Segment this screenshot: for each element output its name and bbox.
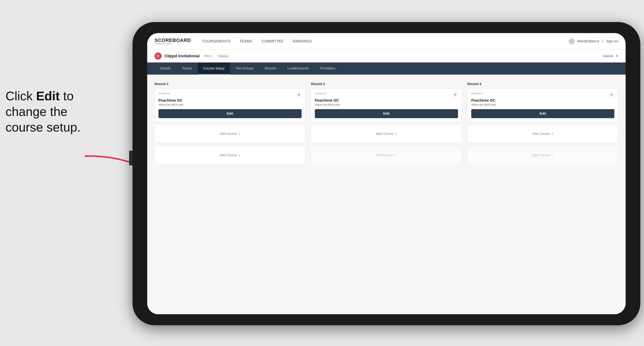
tournament-gender: (Men) <box>204 54 212 58</box>
tab-details[interactable]: Details <box>154 62 176 75</box>
round-2-add-course-text-2: Add Course <box>376 153 394 157</box>
round-3-add-course-text-2: Add Course <box>532 153 550 157</box>
tournament-title: Clippd Invitational <box>164 54 200 58</box>
round-1-add-course-2[interactable]: Add Course + <box>154 146 306 164</box>
round-3-course-tag: (Course A) <box>471 92 483 95</box>
round-1-add-course-text-1: Add Course <box>220 132 237 136</box>
plus-icon-4: + <box>395 153 397 157</box>
tab-leaderboards[interactable]: Leaderboards <box>282 62 314 75</box>
sub-header: C Clippd Invitational (Men) Hosting Canc… <box>147 50 626 62</box>
tab-teams[interactable]: Teams <box>176 62 198 75</box>
round-1-course-name: Peachtree GC <box>158 98 302 103</box>
logo-sub-text: Powered by clippd <box>154 43 191 45</box>
round-3-add-course-2: Add Course + <box>467 146 618 164</box>
round-1-label: Round 1 <box>154 82 306 86</box>
round-1-add-course-text-2: Add Course <box>220 153 237 157</box>
cancel-x-icon: ✕ <box>616 54 618 58</box>
nav-link-teams[interactable]: TEAMS <box>240 39 252 43</box>
round-2-label: Round 2 <box>311 82 462 86</box>
rounds-grid: Round 1 (Course A) 🗑 Peachtree GC Yellow… <box>154 82 618 167</box>
round-3-course-name: Peachtree GC <box>471 98 614 103</box>
plus-icon-1: + <box>238 132 240 136</box>
trash-icon-2: 🗑 <box>454 93 457 96</box>
tab-tee-groups[interactable]: Tee Groups <box>230 62 259 75</box>
round-3-column: Round 3 (Course A) 🗑 Peachtree GC Yellow… <box>467 82 618 167</box>
nav-left: SCOREBOARD Powered by clippd TOURNAMENTS… <box>154 38 312 45</box>
main-content: Round 1 (Course A) 🗑 Peachtree GC Yellow… <box>147 75 626 314</box>
round-2-course-name: Peachtree GC <box>315 98 458 103</box>
round-2-add-course-1[interactable]: Add Course + <box>311 125 462 143</box>
round-2-card-header: (Course A) 🗑 <box>315 92 458 97</box>
top-nav: SCOREBOARD Powered by clippd TOURNAMENTS… <box>147 33 626 50</box>
nav-link-rankings[interactable]: RANKINGS <box>293 39 312 43</box>
tablet-side-button <box>129 151 132 165</box>
scoreboard-logo: SCOREBOARD Powered by clippd <box>154 38 191 45</box>
instruction-line1: Click <box>6 89 36 103</box>
round-1-edit-button[interactable]: Edit <box>158 109 302 118</box>
nav-links: TOURNAMENTS TEAMS COMMITTEE RANKINGS <box>202 39 312 43</box>
round-3-edit-button[interactable]: Edit <box>471 109 614 118</box>
nav-link-tournaments[interactable]: TOURNAMENTS <box>202 39 230 43</box>
round-1-course-tag: (Course A) <box>158 92 170 95</box>
plus-icon-6: + <box>551 153 553 157</box>
tablet-screen: SCOREBOARD Powered by clippd TOURNAMENTS… <box>147 33 626 314</box>
instruction-bold: Edit <box>36 89 60 103</box>
user-email: blair@clippd.io <box>578 39 599 43</box>
round-1-delete-button[interactable]: 🗑 <box>296 92 302 97</box>
trash-icon-3: 🗑 <box>610 93 613 96</box>
round-3-add-course-1[interactable]: Add Course + <box>467 125 618 143</box>
nav-right: blair@clippd.io | Sign out <box>569 38 618 44</box>
round-3-course-card: (Course A) 🗑 Peachtree GC Yellow (M) (66… <box>467 89 618 122</box>
sub-header-left: C Clippd Invitational (Men) Hosting <box>154 53 229 59</box>
round-2-delete-button[interactable]: 🗑 <box>453 92 458 97</box>
round-3-card-header: (Course A) 🗑 <box>471 92 614 97</box>
sign-out-link[interactable]: Sign out <box>606 39 618 43</box>
round-2-course-tag: (Course A) <box>315 92 326 95</box>
tab-course-setup[interactable]: Course Setup <box>198 62 230 75</box>
nav-link-committee[interactable]: COMMITTEE <box>262 39 284 43</box>
round-1-course-tee: Yellow (M) (6629 yds) <box>158 103 302 106</box>
round-3-delete-button[interactable]: 🗑 <box>609 92 614 97</box>
clippd-logo: C <box>154 53 162 59</box>
trash-icon: 🗑 <box>298 93 300 96</box>
plus-icon-2: + <box>238 153 240 157</box>
plus-icon-3: + <box>395 132 397 136</box>
round-1-add-course-1[interactable]: Add Course + <box>154 125 306 143</box>
plus-icon-5: + <box>551 132 553 136</box>
tablet-frame: SCOREBOARD Powered by clippd TOURNAMENTS… <box>132 22 640 325</box>
round-3-course-tee: Yellow (M) (6629 yds) <box>471 103 614 106</box>
nav-separator: | <box>602 39 603 43</box>
round-3-label: Round 3 <box>467 82 618 86</box>
round-2-add-course-2: Add Course + <box>311 146 462 164</box>
round-2-course-card: (Course A) 🗑 Peachtree GC Yellow (M) (66… <box>311 89 462 122</box>
tabs-bar: Details Teams Course Setup Tee Groups Re… <box>147 62 626 75</box>
tab-results[interactable]: Results <box>259 62 282 75</box>
round-1-card-header: (Course A) 🗑 <box>158 92 302 97</box>
tab-printables[interactable]: Printables <box>314 62 341 75</box>
round-2-column: Round 2 (Course A) 🗑 Peachtree GC Yellow… <box>311 82 462 167</box>
round-2-course-tee: Yellow (M) (6629 yds) <box>315 103 458 106</box>
hosting-badge: Hosting <box>217 54 229 58</box>
round-1-course-card: (Course A) 🗑 Peachtree GC Yellow (M) (66… <box>154 89 306 122</box>
round-2-add-course-text-1: Add Course <box>376 132 394 136</box>
round-2-edit-button[interactable]: Edit <box>315 109 458 118</box>
logo-main-text: SCOREBOARD <box>154 38 191 43</box>
app-container: SCOREBOARD Powered by clippd TOURNAMENTS… <box>147 33 626 314</box>
round-3-add-course-text-1: Add Course <box>532 132 550 136</box>
user-avatar <box>569 38 575 44</box>
cancel-button[interactable]: Cancel ✕ <box>603 54 618 58</box>
round-1-column: Round 1 (Course A) 🗑 Peachtree GC Yellow… <box>154 82 306 167</box>
instruction-text: Click Edit to change the course setup. <box>6 88 101 135</box>
